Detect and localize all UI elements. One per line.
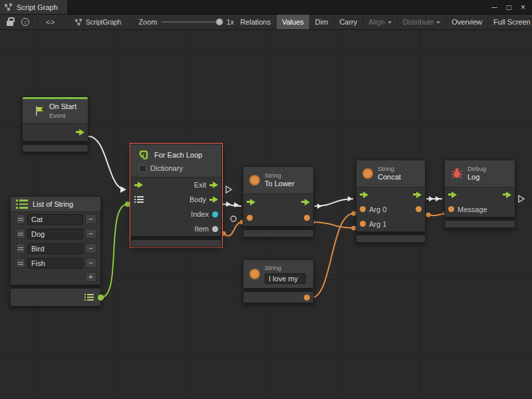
result-output-port[interactable] bbox=[304, 215, 310, 221]
wire-onstart-to-foreach[interactable] bbox=[88, 136, 125, 190]
node-debug-log[interactable]: Debug Log Message bbox=[444, 160, 515, 228]
list-item-input[interactable] bbox=[27, 229, 83, 239]
arg1-input-port[interactable]: Arg 1 bbox=[360, 220, 386, 228]
unconnected-port-indicator[interactable] bbox=[231, 216, 236, 221]
wire-item-to-tolower[interactable] bbox=[223, 222, 242, 236]
dim-button[interactable]: Dim bbox=[309, 15, 334, 29]
flow-input-port[interactable] bbox=[360, 192, 368, 198]
maximize-button[interactable]: □ bbox=[507, 3, 511, 12]
loop-icon bbox=[138, 149, 150, 161]
literal-output-port[interactable] bbox=[304, 295, 310, 301]
unconnected-exit-arrow[interactable] bbox=[226, 186, 231, 193]
drag-handle-icon[interactable] bbox=[16, 214, 25, 224]
dictionary-label: Dictionary bbox=[150, 164, 183, 172]
node-footer bbox=[243, 229, 314, 237]
flag-icon bbox=[34, 106, 45, 116]
script-graph-icon bbox=[5, 3, 13, 11]
flow-output-port[interactable] bbox=[301, 199, 310, 205]
arg0-input-port[interactable]: Arg 0 bbox=[360, 205, 386, 213]
port-dot-icon bbox=[304, 215, 310, 221]
exit-output-port[interactable]: Exit bbox=[194, 181, 218, 189]
script-graph-window: Script Graph ─ □ × i <·> ScriptGraph Zoo… bbox=[0, 0, 532, 399]
overview-button[interactable]: Overview bbox=[446, 15, 487, 29]
item-output-port[interactable]: Item bbox=[195, 225, 218, 233]
values-button[interactable]: Values bbox=[276, 15, 309, 29]
node-on-start[interactable]: On Start Event bbox=[22, 96, 88, 152]
node-string-literal[interactable]: String bbox=[243, 259, 314, 303]
remove-item-button[interactable]: − bbox=[85, 229, 96, 239]
add-item-button[interactable]: + bbox=[85, 272, 96, 282]
trigger-output-port[interactable] bbox=[76, 129, 84, 136]
index-output-port[interactable]: Index bbox=[191, 210, 218, 218]
info-icon[interactable]: i bbox=[21, 18, 29, 26]
flow-output-port[interactable] bbox=[413, 192, 422, 198]
drag-handle-icon[interactable] bbox=[16, 258, 25, 268]
remove-item-button[interactable]: − bbox=[85, 243, 96, 253]
flow-arrow-icon bbox=[448, 192, 457, 198]
graph-name[interactable]: ScriptGraph bbox=[75, 19, 121, 26]
tab-script-graph[interactable]: Script Graph bbox=[0, 0, 67, 14]
node-list-of-string[interactable]: List of String − − bbox=[10, 196, 101, 307]
wire-tolower-to-concat[interactable] bbox=[315, 199, 353, 206]
string-type-icon bbox=[249, 175, 260, 186]
code-icon[interactable]: <·> bbox=[46, 19, 54, 26]
port-dot-icon bbox=[360, 206, 366, 212]
string-literal-input[interactable] bbox=[265, 273, 306, 284]
node-footer bbox=[356, 235, 426, 243]
collection-input-port[interactable] bbox=[134, 196, 144, 203]
flow-input-port[interactable] bbox=[448, 192, 457, 198]
zoom-label: Zoom bbox=[138, 18, 157, 26]
string-type-icon bbox=[249, 269, 260, 279]
wire-list-to-foreach[interactable] bbox=[101, 204, 128, 297]
string-input-port[interactable] bbox=[247, 215, 253, 221]
node-to-lower[interactable]: String To Lower bbox=[243, 166, 314, 237]
wire-literal-to-arg0[interactable] bbox=[311, 213, 354, 298]
list-item-input[interactable] bbox=[27, 258, 83, 269]
flow-input-port[interactable] bbox=[134, 182, 143, 188]
zoom-slider[interactable] bbox=[162, 21, 223, 23]
flow-arrow-icon bbox=[247, 199, 255, 205]
node-title: On Start bbox=[49, 102, 76, 112]
result-output-port[interactable] bbox=[416, 206, 422, 212]
graph-canvas[interactable]: On Start Event List of String bbox=[0, 30, 532, 399]
zoom-slider-handle[interactable] bbox=[216, 19, 223, 25]
list-item-row: − bbox=[11, 256, 100, 271]
port-dot-icon bbox=[360, 221, 366, 227]
minimize-button[interactable]: ─ bbox=[491, 3, 497, 12]
flow-output-port[interactable] bbox=[503, 192, 511, 198]
flow-arrow-icon bbox=[413, 192, 422, 198]
fullscreen-button[interactable]: Full Screen bbox=[487, 15, 532, 29]
bug-icon bbox=[451, 168, 463, 179]
relations-button[interactable]: Relations bbox=[234, 15, 276, 29]
list-item-input[interactable] bbox=[27, 214, 83, 225]
remove-item-button[interactable]: − bbox=[85, 258, 96, 268]
list-output-port[interactable] bbox=[98, 295, 104, 301]
align-dropdown[interactable]: Align bbox=[362, 15, 396, 29]
port-dot-icon bbox=[247, 215, 253, 221]
node-category: String bbox=[265, 264, 306, 272]
list-item-row: − bbox=[11, 241, 100, 256]
graph-toolbar: i <·> ScriptGraph Zoom 1x Relations Valu… bbox=[0, 15, 532, 30]
node-for-each-loop[interactable]: For Each Loop Dictionary Exit Body bbox=[130, 144, 222, 247]
list-output-icon bbox=[84, 294, 94, 301]
lock-icon[interactable] bbox=[7, 21, 13, 26]
chevron-down-icon bbox=[436, 21, 440, 24]
unconnected-log-exit-arrow[interactable] bbox=[519, 196, 524, 202]
dictionary-checkbox[interactable] bbox=[139, 165, 146, 172]
flow-input-port[interactable] bbox=[247, 199, 255, 205]
close-button[interactable]: × bbox=[521, 3, 525, 12]
message-input-port[interactable]: Message bbox=[448, 205, 487, 213]
wire-tolower-to-arg1[interactable] bbox=[313, 222, 354, 228]
carry-button[interactable]: Carry bbox=[333, 15, 362, 29]
remove-item-button[interactable]: − bbox=[85, 214, 96, 224]
list-item-input[interactable] bbox=[27, 243, 83, 254]
wire-body-to-tolower[interactable] bbox=[222, 204, 241, 206]
drag-handle-icon[interactable] bbox=[16, 229, 25, 239]
body-output-port[interactable]: Body bbox=[190, 196, 218, 203]
distribute-dropdown[interactable]: Distribute bbox=[397, 15, 446, 29]
graph-asset-icon bbox=[75, 19, 82, 26]
string-type-icon bbox=[362, 168, 373, 179]
drag-handle-icon[interactable] bbox=[16, 243, 25, 253]
node-concat[interactable]: String Concat Arg 0 Arg 1 bbox=[356, 160, 426, 243]
flow-arrow-icon bbox=[209, 182, 218, 188]
